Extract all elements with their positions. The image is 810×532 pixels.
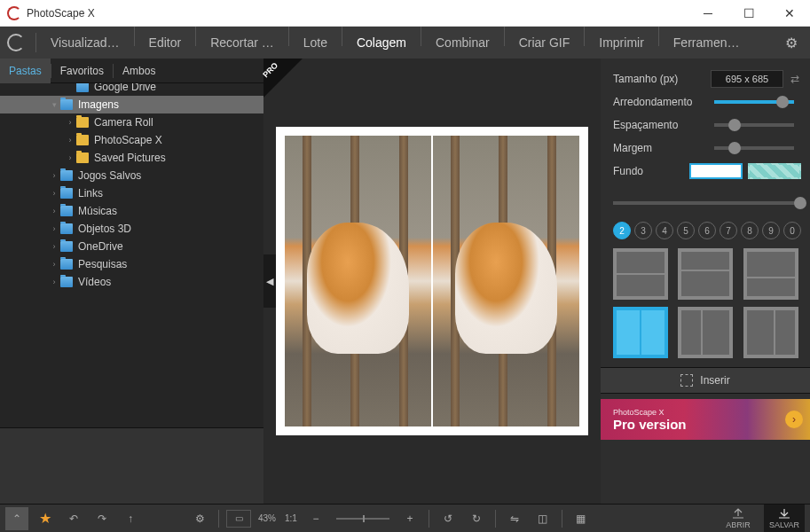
insert-button[interactable]: Inserir	[601, 367, 810, 394]
bg-pattern-swatch[interactable]	[748, 163, 801, 179]
open-button[interactable]: ABRIR	[718, 505, 759, 533]
undo-button[interactable]: ↶	[62, 507, 85, 530]
left-tab-ambos[interactable]: Ambos	[114, 59, 164, 83]
tab-lote[interactable]: Lote	[293, 27, 338, 59]
collage-cell[interactable]	[285, 136, 431, 426]
margin-slider[interactable]	[714, 146, 794, 150]
layout-option[interactable]	[678, 248, 733, 300]
layout-option[interactable]	[678, 307, 733, 358]
insert-label: Inserir	[700, 374, 729, 387]
settings-gear-icon[interactable]: ⚙	[780, 35, 803, 51]
tab-editor[interactable]: Editor	[138, 27, 193, 59]
thumbnail-strip[interactable]	[0, 427, 263, 504]
left-tabs: PastasFavoritosAmbos	[0, 59, 263, 83]
tree-item[interactable]: Google Drive	[0, 83, 263, 96]
redo-button[interactable]: ↷	[90, 507, 114, 530]
tree-label: Jogos Salvos	[78, 169, 141, 182]
layout-option[interactable]	[743, 248, 798, 300]
cell-count-4[interactable]: 4	[656, 222, 673, 239]
tree-item[interactable]: ›OneDrive	[0, 238, 263, 255]
tab-visualizad[interactable]: Visualizad…	[40, 27, 130, 59]
tree-item[interactable]: ›Links	[0, 184, 263, 202]
spacing-slider[interactable]	[714, 123, 794, 127]
left-tab-pastas[interactable]: Pastas	[0, 59, 51, 83]
folder-icon	[60, 188, 73, 199]
layout-option[interactable]	[613, 307, 668, 358]
tree-item[interactable]: ›PhotoScape X	[0, 131, 263, 149]
zoom-in-button[interactable]: +	[398, 507, 421, 530]
tree-item[interactable]: ›Saved Pictures	[0, 149, 263, 167]
tree-item[interactable]: ▾Imagens	[0, 96, 263, 113]
collage-cell[interactable]	[433, 136, 579, 426]
grid-toggle-button[interactable]: ▦	[570, 507, 593, 530]
tree-item[interactable]: ›Vídeos	[0, 273, 263, 291]
collapse-left-button[interactable]: ◀	[263, 254, 276, 308]
insert-icon	[680, 374, 693, 387]
tree-item[interactable]: ›Músicas	[0, 202, 263, 220]
save-button[interactable]: SALVAR	[764, 505, 805, 533]
title-bar: PhotoScape X ─ ☐ ✕	[0, 0, 810, 27]
tree-label: Links	[78, 187, 103, 200]
folder-tree[interactable]: Google Drive▾Imagens›Camera Roll›PhotoSc…	[0, 83, 263, 427]
settings-button[interactable]: ⚙	[188, 507, 211, 530]
cell-count-3[interactable]: 3	[634, 222, 652, 239]
tree-item[interactable]: ›Pesquisas	[0, 255, 263, 273]
close-button[interactable]: ✕	[769, 0, 810, 27]
zoom-out-button[interactable]: −	[304, 507, 327, 530]
cell-count-7[interactable]: 7	[720, 222, 737, 239]
rotate-left-button[interactable]: ↺	[436, 507, 460, 530]
tab-ferramen[interactable]: Ferramen…	[663, 27, 751, 59]
size-label: Tamanho (px)	[613, 73, 711, 85]
cell-count-6[interactable]: 6	[698, 222, 716, 239]
bottom-bar: ⌃ ★ ↶ ↷ ↑ ⚙ ▭ 43%1:1 − + ↺ ↻ ⇋ ◫ ▦ ABRIR…	[0, 504, 810, 532]
favorite-button[interactable]: ★	[34, 507, 57, 530]
tab-criargif[interactable]: Criar GIF	[508, 27, 581, 59]
left-tab-favoritos[interactable]: Favoritos	[51, 59, 113, 83]
compare-button[interactable]: ◫	[531, 507, 554, 530]
flip-horizontal-button[interactable]: ⇋	[503, 507, 526, 530]
opacity-slider[interactable]	[613, 201, 801, 205]
swap-dimensions-icon[interactable]: ⇄	[790, 73, 799, 85]
revert-button[interactable]: ↑	[119, 507, 142, 530]
maximize-button[interactable]: ☐	[728, 0, 769, 27]
folder-icon	[60, 223, 73, 234]
tab-imprimir[interactable]: Imprimir	[588, 27, 655, 59]
folder-icon	[60, 277, 73, 287]
save-label: SALVAR	[769, 520, 799, 529]
tree-label: PhotoScape X	[94, 134, 162, 146]
zoom-ratio-button[interactable]: 1:1	[285, 513, 297, 523]
pro-banner[interactable]: PhotoScape X Pro version ›	[601, 399, 810, 440]
expand-up-button[interactable]: ⌃	[5, 507, 28, 530]
tab-colagem[interactable]: Colagem	[346, 27, 417, 59]
tree-label: Saved Pictures	[94, 152, 166, 164]
cell-count-9[interactable]: 9	[762, 222, 780, 239]
tree-item[interactable]: ›Jogos Salvos	[0, 167, 263, 184]
collage-preview[interactable]	[276, 127, 588, 435]
bg-color-swatch[interactable]	[689, 163, 743, 179]
size-input[interactable]: 695 x 685	[711, 70, 783, 88]
fit-screen-button[interactable]: ▭	[226, 510, 251, 528]
rotate-right-button[interactable]: ↻	[465, 507, 488, 530]
cell-count-5[interactable]: 5	[677, 222, 695, 239]
open-label: ABRIR	[726, 520, 751, 529]
cell-count-2[interactable]: 2	[613, 222, 631, 239]
tab-recortar[interactable]: Recortar …	[200, 27, 285, 59]
layout-option[interactable]	[743, 307, 798, 358]
canvas-area[interactable]: PRO ◀	[263, 59, 601, 504]
zoom-slider[interactable]	[336, 518, 389, 520]
spacing-label: Espaçamento	[613, 119, 711, 131]
cell-count-0[interactable]: 0	[783, 222, 801, 239]
tree-item[interactable]: ›Objetos 3D	[0, 220, 263, 238]
star-icon: ★	[39, 510, 51, 527]
home-icon[interactable]	[7, 34, 25, 51]
main-toolbar: Visualizad…EditorRecortar …LoteColagemCo…	[0, 27, 810, 59]
cell-count-8[interactable]: 8	[741, 222, 759, 239]
tab-combinar[interactable]: Combinar	[425, 27, 500, 59]
rounding-slider[interactable]	[714, 100, 794, 104]
layout-option[interactable]	[613, 248, 668, 300]
minimize-button[interactable]: ─	[688, 0, 728, 27]
right-panel: Tamanho (px) 695 x 685 ⇄ Arredondamento …	[601, 59, 810, 504]
tree-item[interactable]: ›Camera Roll	[0, 113, 263, 131]
background-label: Fundo	[613, 165, 686, 177]
folder-icon	[60, 170, 73, 181]
